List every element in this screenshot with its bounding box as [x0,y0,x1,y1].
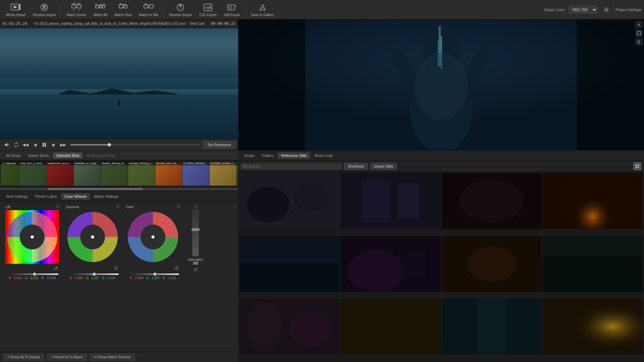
project-settings-button[interactable] [601,5,611,15]
tab-selected-shot[interactable]: Selected Shot [53,153,83,159]
still-item-3[interactable] [442,173,542,235]
shotdeck-button[interactable]: ShotDeck [344,163,368,170]
tab-reference-frame[interactable]: Reference Frame [83,153,119,159]
tab-scene-shots[interactable]: Scene Shots [24,153,52,159]
still-export-button[interactable]: Still Export [221,1,244,18]
tab-color-wheels[interactable]: Color Wheels [61,193,90,200]
tab-match-settings[interactable]: Match Settings [91,193,122,200]
filmstrip-label: V1-0004_woman_lying_wit... [210,162,236,165]
still-item-11[interactable] [442,299,542,361]
still-bg-12 [543,299,643,355]
tab-gallery[interactable]: Gallery [259,152,277,159]
show-match-versions-button[interactable]: ••• Show Match Versions [90,354,135,361]
gain-g-label: G [146,276,149,280]
match-shot-button[interactable]: Match Shot [111,1,135,18]
loop-button[interactable] [12,141,20,149]
filmstrip-item-mist[interactable]: mist_over_a_forest_next_to_a... [19,162,46,186]
gamma-wheel-header: Gamma ↺ [66,204,119,209]
saturation-bottom-reset[interactable]: ↺ [193,266,198,273]
gain-wheel[interactable] [126,210,180,264]
still-item-4[interactable] [543,173,643,235]
reset-to-match-button[interactable]: ↺ Reset All To Match [47,354,87,361]
lift-reset-icon[interactable]: ↺ [56,204,59,209]
filmstrip-item-raspberries[interactable]: raspberries_and_strawberri... [47,162,73,186]
saturation-bar[interactable] [192,209,199,256]
still-item-5[interactable] [239,236,339,298]
filmstrip-item-c3f3[interactable]: V1-0005_c3f335ed-644e-... [237,162,238,186]
filmstrip-item-woman[interactable]: V1-0004_woman_lying_wit... [210,162,236,186]
gamma-reset-icon[interactable]: ↺ [116,204,119,209]
svg-point-11 [96,4,97,5]
shot-view-tabs: All Shots Scene Shots Selected Shot Refe… [0,151,238,160]
import-stills-button[interactable]: Import Stills [370,163,397,170]
grid-view-button[interactable] [633,162,641,170]
save-to-gallery-button[interactable]: Save to Gallery [248,1,277,18]
timecode-in: 01:02:25.20 [3,21,27,26]
gamma-b-value: 1.014 [107,276,115,280]
skip-back-button[interactable]: ◀◀ [21,141,30,149]
filmstrip-item-sunrays[interactable]: sunrays_shining_onto_mou... [128,162,155,186]
rec-select[interactable]: REC.709 REC.2020 P3-D65 sRGB [569,6,597,13]
lift-slider[interactable] [6,274,58,275]
filmstrip-item-highway[interactable]: _a_highway... [1,162,19,186]
settings-tabs: Shot Settings Printer Lights Color Wheel… [0,191,238,202]
gamma-values: R 0.983 G 1.017 B 1.014 [70,276,116,280]
search-input[interactable] [249,164,339,168]
step-forward-button[interactable]: ▶ [50,141,58,149]
still-thumb-1 [239,173,339,229]
match-scene-button[interactable]: Match Scene [63,1,90,18]
tab-reference-stills[interactable]: Reference Stills [278,152,310,159]
svg-rect-79 [405,250,426,278]
filmstrip-item-sunset[interactable]: Sunset_over_the_ocean_fm... [155,162,182,186]
gain-r-value: 0.969 [135,276,144,280]
left-panel: 01:02:25.20 "V1-0013_person_walking_alon… [0,19,238,362]
gain-reset-icon[interactable]: ↺ [177,204,180,209]
play-pause-button[interactable] [40,141,48,149]
media-import-button[interactable]: Media Import [3,1,29,18]
gamma-wheel[interactable] [66,210,119,264]
saturation-reset-icon[interactable]: ↺ [194,204,197,209]
filmstrip-item-stream[interactable]: Stream_flowing_through_pl... [101,162,128,186]
progress-bar[interactable] [70,144,200,145]
svg-point-26 [605,9,607,11]
expand-icon[interactable] [635,29,643,37]
svg-rect-27 [43,143,44,147]
gain-bottom-reset[interactable]: ↺ [174,265,178,272]
resolve-import-button[interactable]: Resolve Import [30,1,59,18]
tab-printer-lights[interactable]: Printer Lights [32,193,60,200]
filmstrip-item-a820[interactable]: V1-0003_a820d215-afa1-4... [182,162,209,186]
step-back-button[interactable]: ◀ [31,141,39,149]
cdl-export-button[interactable]: CDL CDL Export [196,1,220,18]
gamma-bottom-reset[interactable]: ↺ [114,265,118,272]
match-all-button[interactable]: Match All [90,1,111,18]
volume-button[interactable] [3,141,11,149]
lift-b-label: B [41,276,44,280]
lift-wheel[interactable] [5,210,59,264]
match-to-still-button[interactable]: Match to Still [136,1,161,18]
still-item-2[interactable] [340,173,440,235]
still-item-7[interactable] [442,236,542,298]
tab-show-look[interactable]: Show Look [311,152,336,159]
search-box[interactable] [241,163,341,169]
gamma-slider[interactable] [67,274,119,275]
compare-icon[interactable] [635,38,643,46]
tab-all-shots[interactable]: All Shots [3,153,24,159]
still-item-10[interactable] [340,299,440,361]
reset-all-default-button[interactable]: ↺ Reset All To Default [3,354,44,361]
tab-scope[interactable]: Scope [241,152,258,159]
lift-bottom-reset[interactable]: ↺ [53,265,58,272]
tab-shot-settings[interactable]: Shot Settings [3,193,31,200]
still-item-8[interactable] [543,236,643,298]
skip-forward-button[interactable]: ▶▶ [59,141,67,149]
set-reference-button[interactable]: Set Reference [203,141,235,148]
still-item-1[interactable] [239,173,339,235]
close-icon[interactable]: ✕ [635,21,643,28]
filmstrip-scrollbar[interactable] [0,187,238,191]
filmstrip-item-snowfall[interactable]: snowfall_on_rusty_elevated... [74,162,101,186]
still-item-12[interactable] [543,299,643,361]
still-item-9[interactable] [239,299,339,361]
gain-slider[interactable] [127,274,179,275]
resolve-export-button[interactable]: Resolve Export [166,1,195,18]
svg-point-58 [244,165,246,167]
still-item-6[interactable] [340,236,440,298]
